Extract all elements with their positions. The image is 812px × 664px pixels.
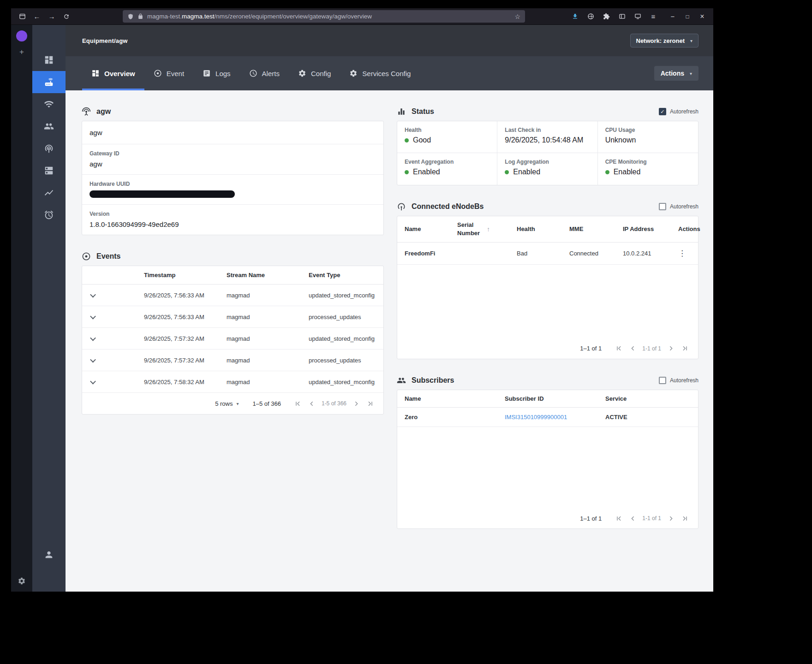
sidebar-item-hotspot[interactable] xyxy=(32,137,66,160)
target-icon xyxy=(154,69,162,77)
event-timestamp: 9/26/2025, 7:56:33 AM xyxy=(144,306,227,328)
tab-config[interactable]: Config xyxy=(289,56,340,90)
events-table: Timestamp Stream Name Event Type 9/26/20… xyxy=(82,266,383,393)
sidebar-item-metrics[interactable] xyxy=(32,182,66,204)
dashboard-icon xyxy=(44,55,54,65)
container-icon[interactable] xyxy=(615,11,628,23)
next-page-button[interactable] xyxy=(349,400,363,408)
status-value: Enabled xyxy=(513,168,540,176)
sidebar-item-dashboard[interactable] xyxy=(32,49,66,71)
sidebar-item-alarms[interactable] xyxy=(32,204,66,226)
sidebar-item-wifi[interactable] xyxy=(32,93,66,115)
url-path: /nms/zeronet/equipment/overview/gateway/… xyxy=(215,13,372,20)
app-frame: + xyxy=(11,25,713,592)
first-page-button[interactable] xyxy=(612,344,626,352)
url-text: magma-test.magma.test/nms/zeronet/equipm… xyxy=(147,13,372,20)
minimize-icon[interactable]: − xyxy=(666,11,679,23)
nav-rail xyxy=(32,25,66,592)
enodebs-column-ip: IP Address xyxy=(615,216,671,242)
user-avatar[interactable] xyxy=(16,30,27,42)
tab-overview[interactable]: Overview xyxy=(82,56,144,90)
autorefresh-checkbox[interactable] xyxy=(659,203,666,210)
back-icon[interactable]: ← xyxy=(30,11,43,23)
tab-logs[interactable]: Logs xyxy=(193,56,240,90)
reload-icon[interactable] xyxy=(60,11,73,23)
shield-icon[interactable] xyxy=(127,13,134,20)
url-domain: magma.test xyxy=(182,13,215,20)
dns-list-icon xyxy=(44,166,54,176)
chevron-down-icon xyxy=(90,356,96,362)
expand-row-button[interactable] xyxy=(87,289,99,301)
prev-page-button[interactable] xyxy=(626,515,639,522)
page-header: Equipment/agw Network: zeronet ▾ xyxy=(66,25,713,56)
firefox-view-icon[interactable] xyxy=(16,11,29,23)
forward-icon[interactable]: → xyxy=(45,11,58,23)
bookmark-star-icon[interactable]: ☆ xyxy=(514,13,520,20)
autorefresh-checkbox[interactable] xyxy=(659,377,666,384)
sidebar-item-subscribers[interactable] xyxy=(32,115,66,137)
enodebs-column-serial[interactable]: Serial Number↑ xyxy=(450,216,509,242)
chart-line-icon xyxy=(44,188,54,198)
chevron-down-icon: ▾ xyxy=(690,71,692,76)
enodeb-antenna-icon xyxy=(397,202,406,211)
lock-icon[interactable] xyxy=(137,13,143,19)
event-timestamp: 9/26/2025, 7:57:32 AM xyxy=(144,350,227,371)
next-page-button[interactable] xyxy=(664,515,678,522)
last-page-button[interactable] xyxy=(678,515,692,522)
sidebar-item-traffic[interactable] xyxy=(32,160,66,182)
first-page-button[interactable] xyxy=(291,400,305,408)
status-label: Health xyxy=(405,127,490,133)
gateway-id-value: agw xyxy=(90,160,376,168)
menu-icon[interactable]: ≡ xyxy=(647,11,660,23)
url-subdomain: magma-test. xyxy=(147,13,182,20)
serial-column-label: Serial Number xyxy=(457,221,484,237)
next-page-button[interactable] xyxy=(664,344,678,352)
tab-event[interactable]: Event xyxy=(144,56,193,90)
chevron-down-icon: ▾ xyxy=(690,38,693,43)
event-row: 9/26/2025, 7:56:33 AM magmad processed_u… xyxy=(82,306,383,328)
screenshare-icon[interactable] xyxy=(631,11,644,23)
expand-row-button[interactable] xyxy=(87,332,99,344)
prev-page-button[interactable] xyxy=(305,400,319,408)
status-label: CPE Monitoring xyxy=(605,159,691,165)
url-bar[interactable]: magma-test.magma.test/nms/zeronet/equipm… xyxy=(123,10,525,23)
sidebar-item-profile[interactable] xyxy=(32,544,66,566)
last-page-button[interactable] xyxy=(678,344,692,352)
prev-page-button[interactable] xyxy=(626,344,639,352)
extensions-puzzle-icon[interactable] xyxy=(600,11,613,23)
tab-services-config-label: Services Config xyxy=(362,70,411,77)
events-column-timestamp: Timestamp xyxy=(144,266,227,285)
expand-row-button[interactable] xyxy=(87,376,99,388)
event-stream: magmad xyxy=(227,285,309,306)
first-page-button[interactable] xyxy=(612,515,626,522)
tab-overview-label: Overview xyxy=(104,70,135,77)
gateway-section-header: agw xyxy=(82,102,384,121)
expand-row-button[interactable] xyxy=(87,311,99,323)
event-timestamp: 9/26/2025, 7:56:33 AM xyxy=(144,285,227,306)
tab-alerts[interactable]: Alerts xyxy=(240,56,289,90)
status-card: Health Good Last Check in 9/26/2025, 10:… xyxy=(397,121,699,185)
status-cell-event-aggregation: Event Aggregation Enabled xyxy=(397,153,497,185)
breadcrumb: Equipment/agw xyxy=(82,37,128,44)
close-icon[interactable]: × xyxy=(696,11,709,23)
network-select-button[interactable]: Network: zeronet ▾ xyxy=(630,34,699,47)
tab-services-config[interactable]: Services Config xyxy=(340,56,420,90)
gateway-field-row: Version 1.8.0-1663094999-49ed2e69 xyxy=(82,205,383,235)
row-actions-menu-icon[interactable]: ⋮ xyxy=(678,249,686,258)
enodeb-ip: 10.0.2.241 xyxy=(615,242,671,264)
maximize-icon[interactable]: □ xyxy=(681,11,694,23)
globe-icon[interactable] xyxy=(584,11,597,23)
actions-button[interactable]: Actions ▾ xyxy=(654,66,699,81)
sidebar-item-equipment[interactable] xyxy=(32,71,66,93)
downloads-icon[interactable] xyxy=(568,11,581,23)
rows-per-page-select[interactable]: 5 rows ▾ xyxy=(215,400,239,407)
expand-row-button[interactable] xyxy=(87,354,99,366)
last-page-button[interactable] xyxy=(363,400,377,408)
subscribers-column-name: Name xyxy=(397,390,497,408)
subscriber-id-link[interactable]: IMSI315010999900001 xyxy=(505,414,567,421)
settings-gear-icon[interactable] xyxy=(18,577,26,585)
autorefresh-checkbox[interactable]: ✓ xyxy=(659,108,666,115)
add-organization-icon[interactable]: + xyxy=(19,48,24,56)
gateway-field-row: Hardware UUID xyxy=(82,175,383,205)
status-label: CPU Usage xyxy=(605,127,691,133)
